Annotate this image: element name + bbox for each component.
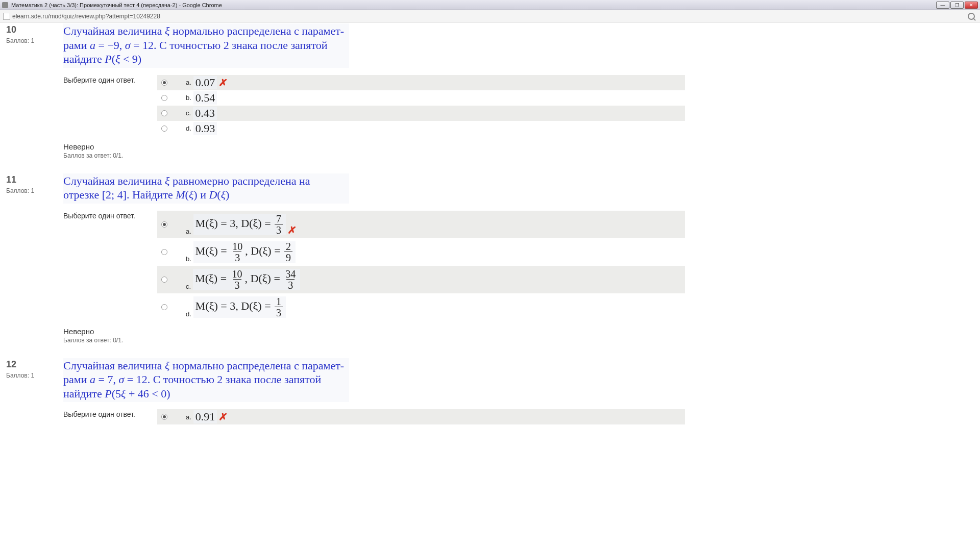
radio-icon[interactable] bbox=[161, 126, 167, 132]
options-list: a. M(ξ) = 3, D(ξ) = 73 ✗ b. M(ξ) = 103, … bbox=[157, 211, 685, 321]
question-text: Случайная величина ξ нормально распредел… bbox=[63, 23, 349, 68]
radio-icon[interactable] bbox=[161, 95, 167, 101]
question-block: 10 Баллов: 1Случайная величина ξ нормаль… bbox=[6, 23, 685, 159]
option-value: 0.91 bbox=[193, 410, 217, 423]
window-titlebar: Математика 2 (часть 3/3): Промежуточный … bbox=[0, 0, 980, 10]
feedback-score: Баллов за ответ: 0/1. bbox=[63, 152, 685, 159]
option-row[interactable]: c. M(ξ) = 103, D(ξ) = 343 bbox=[157, 266, 685, 293]
question-points: Баллов: 1 bbox=[6, 187, 63, 194]
radio-icon[interactable] bbox=[161, 80, 167, 86]
option-value: M(ξ) = 103, D(ξ) = 29 bbox=[193, 241, 296, 263]
radio-icon[interactable] bbox=[161, 249, 167, 255]
option-value: 0.54 bbox=[193, 91, 217, 105]
favicon-icon bbox=[2, 2, 8, 8]
feedback-score: Баллов за ответ: 0/1. bbox=[63, 337, 685, 344]
option-letter: b. bbox=[186, 94, 191, 102]
window-title: Математика 2 (часть 3/3): Промежуточный … bbox=[11, 2, 936, 8]
option-value: 0.07 bbox=[193, 76, 217, 89]
page-icon bbox=[3, 13, 10, 20]
feedback-status: Неверно bbox=[63, 327, 685, 336]
option-row[interactable]: d. 0.93 bbox=[157, 121, 685, 136]
wrong-mark-icon: ✗ bbox=[218, 410, 229, 423]
option-letter: c. bbox=[186, 109, 191, 117]
feedback: Неверно Баллов за ответ: 0/1. bbox=[63, 142, 685, 159]
option-letter: d. bbox=[186, 124, 191, 132]
option-row[interactable]: b. M(ξ) = 103, D(ξ) = 29 bbox=[157, 238, 685, 266]
question-points: Баллов: 1 bbox=[6, 372, 63, 379]
option-row[interactable]: b. 0.54 bbox=[157, 90, 685, 106]
option-letter: c. bbox=[186, 283, 191, 292]
close-button[interactable]: ✕ bbox=[965, 2, 978, 9]
option-row[interactable]: d. M(ξ) = 3, D(ξ) = 13 bbox=[157, 293, 685, 321]
option-letter: b. bbox=[186, 255, 191, 265]
option-row[interactable]: a. 0.07 ✗ bbox=[157, 75, 685, 90]
option-letter: a. bbox=[186, 413, 191, 421]
option-letter: d. bbox=[186, 310, 191, 320]
feedback-status: Неверно bbox=[63, 142, 685, 151]
options-list: a. 0.91 ✗ bbox=[157, 409, 685, 424]
window-buttons: — ❐ ✕ bbox=[936, 2, 978, 9]
options-list: a. 0.07 ✗ b. 0.54 c. 0.43 d. 0.93 bbox=[157, 75, 685, 136]
question-block: 12 Баллов: 1Случайная величина ξ нормаль… bbox=[6, 358, 685, 425]
radio-icon[interactable] bbox=[161, 221, 167, 228]
option-letter: a. bbox=[186, 228, 191, 237]
question-block: 11 Баллов: 1Случайная величина ξ равноме… bbox=[6, 173, 685, 344]
choose-one-label: Выберите один ответ. bbox=[63, 409, 157, 418]
question-number: 11 bbox=[6, 174, 63, 185]
choose-one-label: Выберите один ответ. bbox=[63, 211, 157, 220]
wrong-mark-icon: ✗ bbox=[287, 223, 297, 237]
question-text: Случайная величина ξ нормально распредел… bbox=[63, 358, 349, 403]
option-value: 0.43 bbox=[193, 107, 217, 120]
radio-icon[interactable] bbox=[161, 277, 167, 283]
wrong-mark-icon: ✗ bbox=[218, 76, 229, 89]
question-number: 12 bbox=[6, 359, 63, 370]
radio-icon[interactable] bbox=[161, 110, 167, 116]
url-text: elearn.sde.ru/mod/quiz/review.php?attemp… bbox=[12, 13, 160, 20]
question-number: 10 bbox=[6, 24, 63, 35]
feedback: Неверно Баллов за ответ: 0/1. bbox=[63, 327, 685, 344]
choose-one-label: Выберите один ответ. bbox=[63, 75, 157, 84]
option-letter: a. bbox=[186, 79, 191, 86]
zoom-icon[interactable] bbox=[968, 13, 975, 20]
option-value: 0.93 bbox=[193, 122, 217, 135]
radio-icon[interactable] bbox=[161, 414, 167, 420]
content-scroll[interactable]: 10 Баллов: 1Случайная величина ξ нормаль… bbox=[0, 22, 980, 551]
option-value: M(ξ) = 3, D(ξ) = 73 bbox=[193, 214, 286, 235]
maximize-button[interactable]: ❐ bbox=[950, 2, 964, 9]
option-value: M(ξ) = 103, D(ξ) = 343 bbox=[193, 269, 300, 290]
minimize-button[interactable]: — bbox=[936, 2, 949, 9]
question-points: Баллов: 1 bbox=[6, 37, 63, 44]
radio-icon[interactable] bbox=[161, 304, 167, 310]
question-text: Случайная величина ξ равномерно распреде… bbox=[63, 173, 349, 204]
option-row[interactable]: c. 0.43 bbox=[157, 106, 685, 121]
option-value: M(ξ) = 3, D(ξ) = 13 bbox=[193, 296, 286, 318]
option-row[interactable]: a. M(ξ) = 3, D(ξ) = 73 ✗ bbox=[157, 211, 685, 238]
option-row[interactable]: a. 0.91 ✗ bbox=[157, 409, 685, 424]
address-bar[interactable]: elearn.sde.ru/mod/quiz/review.php?attemp… bbox=[0, 10, 980, 22]
